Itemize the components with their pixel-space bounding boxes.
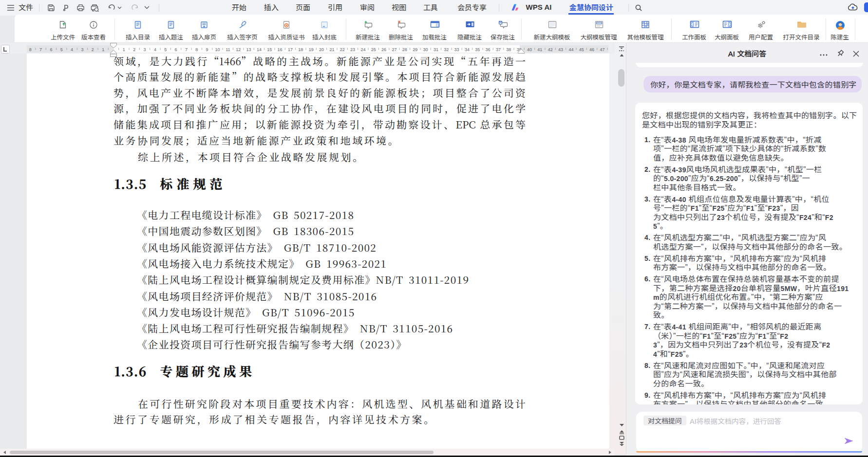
svg-text:12: 12: [236, 47, 241, 52]
svg-text:24: 24: [360, 47, 365, 52]
svg-text:3: 3: [144, 47, 146, 52]
svg-text:47: 47: [600, 47, 604, 52]
svg-text:29: 29: [413, 47, 417, 52]
svg-text:6: 6: [175, 47, 177, 52]
svg-text:18: 18: [298, 47, 303, 52]
svg-text:33: 33: [454, 47, 459, 52]
svg-text:32: 32: [444, 47, 449, 52]
svg-text:36: 36: [486, 47, 491, 52]
svg-text:41: 41: [537, 47, 542, 52]
svg-text:42: 42: [548, 47, 553, 52]
svg-text:5: 5: [164, 47, 167, 52]
svg-text:45: 45: [579, 47, 584, 52]
svg-text:5: 5: [60, 47, 63, 52]
svg-text:27: 27: [392, 47, 396, 52]
svg-text:19: 19: [309, 47, 314, 52]
svg-text:30: 30: [423, 47, 428, 52]
svg-text:4: 4: [71, 47, 73, 52]
svg-text:3: 3: [81, 47, 83, 52]
svg-text:31: 31: [434, 47, 438, 52]
svg-text:46: 46: [589, 47, 594, 52]
svg-text:13: 13: [246, 47, 251, 52]
svg-text:7: 7: [185, 47, 188, 52]
svg-text:17: 17: [288, 47, 293, 52]
svg-text:25: 25: [371, 47, 376, 52]
svg-text:44: 44: [568, 47, 573, 52]
svg-text:21: 21: [329, 47, 334, 52]
svg-text:38: 38: [506, 47, 511, 52]
svg-text:34: 34: [465, 47, 470, 52]
svg-text:35: 35: [475, 47, 480, 52]
svg-text:15: 15: [267, 47, 272, 52]
svg-text:2: 2: [133, 47, 135, 52]
svg-text:16: 16: [278, 47, 283, 52]
svg-text:4: 4: [154, 47, 156, 52]
svg-text:37: 37: [496, 47, 501, 52]
svg-text:1: 1: [102, 47, 104, 52]
svg-text:11: 11: [226, 47, 230, 52]
svg-text:1: 1: [123, 47, 125, 52]
svg-text:28: 28: [402, 47, 407, 52]
svg-text:8: 8: [195, 47, 198, 52]
svg-text:10: 10: [215, 47, 220, 52]
svg-text:40: 40: [527, 47, 532, 52]
svg-text:8: 8: [29, 47, 32, 52]
svg-text:9: 9: [206, 47, 208, 52]
svg-text:26: 26: [381, 47, 386, 52]
svg-text:14: 14: [257, 47, 262, 52]
svg-text:43: 43: [558, 47, 563, 52]
svg-text:22: 22: [340, 47, 345, 52]
svg-text:6: 6: [50, 47, 52, 52]
svg-text:20: 20: [319, 47, 324, 52]
svg-text:7: 7: [39, 47, 42, 52]
svg-text:2: 2: [92, 47, 94, 52]
svg-text:23: 23: [350, 47, 355, 52]
